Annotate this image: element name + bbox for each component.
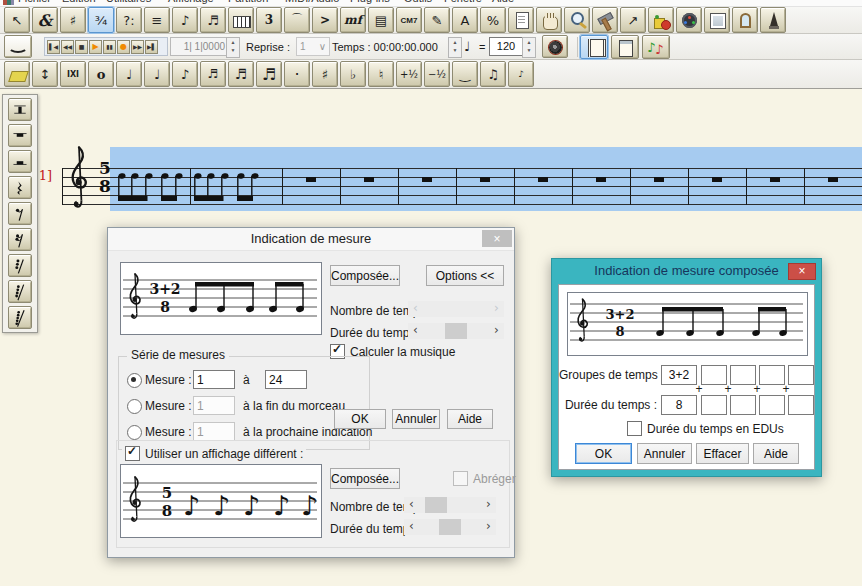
whole-note-button[interactable]: o xyxy=(88,61,114,87)
ok-button[interactable]: OK xyxy=(575,443,632,464)
rest-measure[interactable] xyxy=(456,147,514,211)
grace-note-button[interactable]: ♪ xyxy=(508,61,534,87)
pitch-updown-button[interactable]: ↕ xyxy=(32,61,58,87)
repitch-button[interactable]: IXI xyxy=(60,61,86,87)
key-signature-tool[interactable]: ♯ xyxy=(60,7,86,33)
edu-checkbox[interactable]: Durée du temps en EDUs xyxy=(627,421,784,436)
close-icon[interactable]: × xyxy=(788,263,816,280)
dot-button[interactable]: · xyxy=(284,61,310,87)
natural-button[interactable]: ♮ xyxy=(368,61,394,87)
zoom-tool[interactable] xyxy=(564,7,590,33)
thirtysecond-rest-button[interactable] xyxy=(8,254,32,277)
menu-outils[interactable]: Outils xyxy=(404,0,432,4)
duration-field[interactable] xyxy=(759,395,785,415)
cancel-button[interactable]: Annuler xyxy=(392,409,440,429)
play-button[interactable]: ▶ xyxy=(89,40,102,54)
time-signature-tool[interactable]: ¾ xyxy=(88,7,114,33)
mirror-tool[interactable] xyxy=(732,7,758,33)
measure-tool[interactable]: ≡ xyxy=(144,7,170,33)
measure-to-field[interactable] xyxy=(265,370,307,389)
half-rest-button[interactable] xyxy=(8,150,32,173)
rewind-button[interactable]: ◀◀ xyxy=(61,40,74,54)
position-spinner[interactable]: ▲▼ xyxy=(226,37,240,58)
stop-button[interactable]: ■ xyxy=(75,40,88,54)
tempo-note-spinner[interactable]: ▲▼ xyxy=(448,37,462,58)
chord-tool[interactable]: CM7 xyxy=(396,7,422,33)
menu-fichier[interactable]: Fichier xyxy=(18,0,51,4)
note-entry-tool[interactable]: ♪ xyxy=(172,7,198,33)
composee-display-button[interactable]: Composée... xyxy=(330,468,400,489)
rest-measure[interactable] xyxy=(340,147,398,211)
plus-half-button[interactable]: +½ xyxy=(396,61,422,87)
flat-button[interactable]: ♭ xyxy=(340,61,366,87)
duration-scrollbar[interactable]: ‹ › xyxy=(408,323,504,339)
clef-tool[interactable]: ?: xyxy=(116,7,142,33)
eighth-rest-button[interactable] xyxy=(8,202,32,225)
smartshape-tool[interactable]: ⌒ xyxy=(284,7,310,33)
speedy-entry-tool[interactable]: ♬ xyxy=(200,7,226,33)
shape-designer-tool[interactable] xyxy=(648,7,674,33)
rest-measure[interactable] xyxy=(746,147,804,211)
duration-field[interactable] xyxy=(788,395,814,415)
half-note-button[interactable]: ♩ xyxy=(116,61,142,87)
articulation-tool[interactable]: > xyxy=(312,7,338,33)
duration2-scrollbar[interactable]: ‹ › xyxy=(404,519,496,535)
quarter-note-button[interactable]: ♩ xyxy=(144,61,170,87)
hyperscribe-tool[interactable] xyxy=(228,7,254,33)
menu-affichage[interactable]: Affichage xyxy=(168,0,214,4)
page-view-button[interactable] xyxy=(611,35,639,59)
menu-utilitaires[interactable]: Utilitaires xyxy=(106,0,151,4)
lyrics-tool[interactable]: ✎ xyxy=(424,7,450,33)
duration-field[interactable] xyxy=(701,395,727,415)
rest-measure[interactable] xyxy=(398,147,456,211)
playback-position-field[interactable]: 1| 1|0000 xyxy=(170,37,230,56)
special-tools-tool[interactable] xyxy=(592,7,618,33)
engraver-tool[interactable] xyxy=(760,7,786,33)
graphics-tool[interactable] xyxy=(704,7,730,33)
staff-styles-tool[interactable]: ▤ xyxy=(368,7,394,33)
menu-plugins[interactable]: Plug-ins xyxy=(350,0,390,4)
minus-half-button[interactable]: −½ xyxy=(424,61,450,87)
staff-tool[interactable]: & xyxy=(32,7,58,33)
tempo-spinner[interactable]: ▲▼ xyxy=(522,37,536,58)
radio-to-next[interactable] xyxy=(127,425,142,440)
rest-measure[interactable] xyxy=(688,147,746,211)
rest-measure[interactable] xyxy=(804,147,862,211)
options-button[interactable]: Options << xyxy=(426,265,504,286)
tuplet-tool[interactable]: 3 xyxy=(256,7,282,33)
reprise-dropdown[interactable]: 1 ∨ xyxy=(296,37,330,56)
checkbox-checked-icon[interactable] xyxy=(125,446,140,461)
double-whole-rest-button[interactable] xyxy=(8,98,32,121)
scroll-view-button[interactable] xyxy=(580,35,608,59)
composee-button[interactable]: Composée... xyxy=(330,265,400,286)
hand-grabber-tool[interactable] xyxy=(536,7,562,33)
sharp-button[interactable]: ♯ xyxy=(312,61,338,87)
expression-tool[interactable]: mf xyxy=(340,7,366,33)
onetwentyeighth-rest-button[interactable] xyxy=(8,306,32,329)
clear-button[interactable]: Effacer xyxy=(696,443,749,464)
resize-tool[interactable]: % xyxy=(480,7,506,33)
help-button[interactable]: Aide xyxy=(447,409,493,429)
checkbox-unchecked-icon[interactable] xyxy=(627,421,642,436)
menu-partition[interactable]: Partition xyxy=(228,0,268,4)
eraser-button[interactable] xyxy=(4,61,30,87)
sixteenth-note-button[interactable]: ♬ xyxy=(200,61,226,87)
rest-measure[interactable] xyxy=(630,147,688,211)
sixtyfourth-rest-button[interactable] xyxy=(8,280,32,303)
group-field[interactable] xyxy=(661,365,697,385)
measure-from-field[interactable] xyxy=(193,370,235,389)
whole-rest-button[interactable] xyxy=(8,124,32,147)
rest-measure[interactable] xyxy=(572,147,630,211)
forward-button[interactable]: ▶▶ xyxy=(131,40,144,54)
menu-midi-audio[interactable]: MIDI/Audio xyxy=(285,0,339,4)
selection-tool[interactable]: ↖ xyxy=(4,7,30,33)
display-different-checkbox[interactable]: Utiliser un affichage différent : xyxy=(122,446,306,461)
radio-measure-range[interactable] xyxy=(127,373,142,388)
duration-field[interactable] xyxy=(661,395,697,415)
page-layout-tool[interactable] xyxy=(508,7,534,33)
duration-field[interactable] xyxy=(730,395,756,415)
tie-button[interactable]: ‿ xyxy=(452,61,478,87)
radio-to-end[interactable] xyxy=(127,399,142,414)
thirtysecond-note-button[interactable]: ♬ xyxy=(228,61,254,87)
text-tool[interactable]: A xyxy=(452,7,478,33)
